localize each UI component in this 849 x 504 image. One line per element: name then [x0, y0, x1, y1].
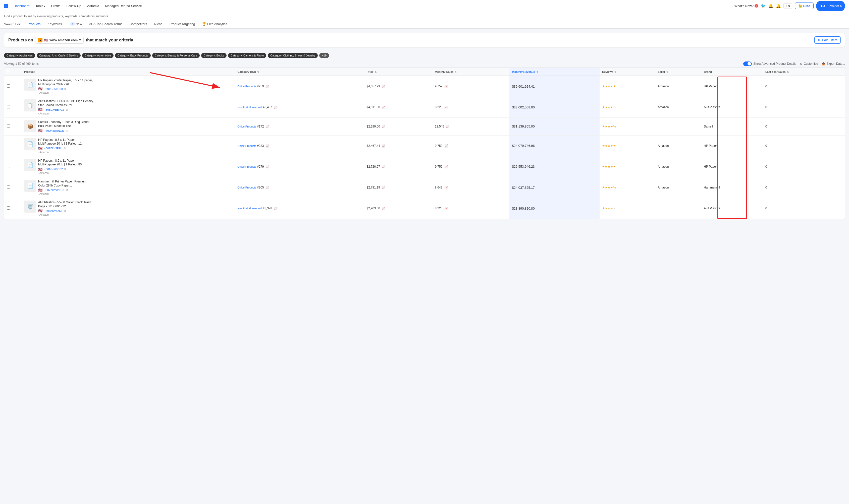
chip-camera[interactable]: Category: Camera & Photo — [228, 53, 266, 58]
chip-automotive[interactable]: Category: Automotive — [82, 53, 114, 58]
sales-trend-icon[interactable]: 📈 — [444, 165, 448, 168]
tab-niche[interactable]: Niche — [151, 20, 166, 29]
row-menu[interactable]: ⋮ — [13, 198, 22, 219]
col-product[interactable]: Product — [22, 68, 235, 76]
header-checkbox[interactable] — [4, 68, 13, 76]
category-link[interactable]: Health & Household — [237, 106, 262, 109]
copy-icon[interactable]: ⧉ — [64, 209, 66, 213]
sales-trend-icon[interactable]: 📈 — [444, 106, 448, 109]
customize-button[interactable]: ⚙ Customize — [800, 62, 818, 66]
chip-more[interactable]: +19 — [319, 53, 329, 58]
col-reviews[interactable]: Reviews ⇅ — [600, 68, 655, 76]
edit-filters-button[interactable]: ⚙ Edit Filters — [814, 36, 841, 44]
chip-arts[interactable]: Category: Arts, Crafts & Sewing — [37, 53, 81, 58]
price-trend-icon[interactable]: 📈 — [382, 125, 385, 128]
copy-icon[interactable]: ⧉ — [64, 167, 66, 171]
product-asin[interactable]: · B01BLV2P9U — [44, 147, 62, 150]
category-link[interactable]: Office Products — [237, 85, 256, 88]
chip-books[interactable]: Category: Books — [201, 53, 227, 58]
tab-products[interactable]: Products — [24, 20, 44, 29]
nav-profits[interactable]: Profits — [49, 3, 63, 9]
row-checkbox[interactable] — [4, 177, 13, 198]
col-monthly-sales[interactable]: Monthly Sales ⇅ — [432, 68, 509, 76]
tab-keywords[interactable]: Keywords — [44, 20, 65, 29]
price-trend-icon[interactable]: 📈 — [382, 106, 385, 109]
tab-aba[interactable]: ABA Top Search Terms — [85, 20, 126, 29]
price-trend-icon[interactable]: 📈 — [382, 144, 385, 147]
trend-icon[interactable]: 📈 — [266, 165, 269, 168]
whats-new-btn[interactable]: What's New? 5 — [734, 4, 759, 8]
trend-icon[interactable]: 📈 — [266, 85, 269, 88]
tab-competitors[interactable]: Competitors — [126, 20, 151, 29]
product-asin[interactable]: · B0B4KV8ZS1 — [44, 209, 63, 212]
chip-baby[interactable]: Category: Baby Products — [115, 53, 151, 58]
category-link[interactable]: Office Products — [237, 165, 256, 168]
elite-button[interactable]: 👑 Elite — [795, 2, 814, 9]
category-link[interactable]: Office Products — [237, 125, 256, 128]
bell-icon[interactable]: 🔔 — [768, 3, 774, 8]
notification-icon[interactable]: 🔔 — [776, 3, 781, 8]
row-checkbox[interactable] — [4, 156, 13, 177]
row-menu[interactable]: ⋮ — [13, 156, 22, 177]
nav-followup[interactable]: Follow-Up — [64, 3, 84, 9]
chip-appliances[interactable]: Category: Appliances — [4, 53, 35, 58]
amazon-domain-selector[interactable]: a 🇺🇸 www.amazon.com ▾ — [35, 37, 84, 44]
price-trend-icon[interactable]: 📈 — [382, 85, 385, 88]
col-last-year-sales[interactable]: Last Year Sales ⇅ — [763, 68, 845, 76]
tab-elite-analytics[interactable]: 🏆 Elite Analytics — [199, 20, 231, 29]
toggle-switch[interactable] — [743, 61, 752, 66]
export-button[interactable]: 📤 Export Data... — [821, 62, 845, 66]
tab-product-targeting[interactable]: Product Targeting — [166, 20, 199, 29]
row-menu[interactable]: ⋮ — [13, 135, 22, 156]
language-selector[interactable]: EN — [783, 3, 792, 9]
category-link[interactable]: Health & Household — [237, 207, 262, 210]
product-asin[interactable]: · B01GS68DB2 — [44, 168, 63, 171]
copy-icon[interactable]: ⧉ — [66, 188, 68, 192]
row-menu[interactable]: ⋮ — [13, 118, 22, 135]
product-asin[interactable]: · B077GYWNHN — [44, 188, 65, 192]
row-checkbox[interactable] — [4, 76, 13, 97]
nav-dashboard[interactable]: Dashboard — [11, 3, 32, 9]
nav-adtomic[interactable]: Adtomic — [85, 3, 102, 9]
price-trend-icon[interactable]: 📈 — [382, 165, 385, 168]
product-asin[interactable]: · B0BGMBBPG6 — [44, 108, 64, 111]
chip-clothing[interactable]: Category: Clothing, Shoes & Jewelry — [268, 53, 318, 58]
nav-managed-refund[interactable]: Managed Refund Service — [103, 3, 144, 9]
nav-tools[interactable]: Tools — [33, 3, 48, 9]
sales-trend-icon[interactable]: 📈 — [444, 85, 448, 88]
row-menu[interactable]: ⋮ — [13, 97, 22, 118]
product-asin[interactable]: · B0D48DHNGN — [44, 129, 64, 132]
trend-icon[interactable]: 📈 — [266, 125, 269, 128]
advanced-details-toggle[interactable]: Show Advanced Product Details — [743, 61, 796, 66]
trend-icon[interactable]: 📈 — [274, 106, 278, 109]
copy-icon[interactable]: ⧉ — [64, 87, 66, 91]
row-menu[interactable]: ⋮ — [13, 76, 22, 97]
sales-trend-icon[interactable]: 📈 — [444, 186, 448, 189]
sales-trend-icon[interactable]: 📈 — [444, 207, 448, 210]
trend-icon[interactable]: 📈 — [266, 186, 269, 189]
copy-icon[interactable]: ⧉ — [66, 129, 68, 132]
facebook-icon[interactable]: 🐦 — [761, 3, 766, 8]
sales-trend-icon[interactable]: 📈 — [444, 144, 448, 147]
row-checkbox[interactable] — [4, 198, 13, 219]
col-brand[interactable]: Brand — [701, 68, 763, 76]
row-checkbox[interactable] — [4, 97, 13, 118]
copy-icon[interactable]: ⧉ — [66, 108, 68, 111]
copy-icon[interactable]: ⧉ — [64, 147, 66, 150]
chip-beauty[interactable]: Category: Beauty & Personal Care — [152, 53, 200, 58]
price-trend-icon[interactable]: 📈 — [382, 207, 385, 210]
col-bsr[interactable]: Category BSR ⇅ — [235, 68, 364, 76]
product-asin[interactable]: · B01GS68CB8 — [44, 87, 63, 90]
trend-icon[interactable]: 📈 — [274, 207, 278, 210]
col-seller[interactable]: Seller ⇅ — [655, 68, 701, 76]
sales-trend-icon[interactable]: 📈 — [446, 125, 449, 128]
trend-icon[interactable]: 📈 — [266, 144, 269, 147]
row-checkbox[interactable] — [4, 118, 13, 135]
col-monthly-revenue[interactable]: Monthly Revenue ▼ — [509, 68, 600, 76]
price-trend-icon[interactable]: 📈 — [382, 186, 385, 189]
col-price[interactable]: Price ⇅ — [364, 68, 433, 76]
row-menu[interactable]: ⋮ — [13, 177, 22, 198]
project-button[interactable]: PX Project X — [816, 1, 845, 11]
tab-new[interactable]: ✦ New — [65, 20, 85, 29]
category-link[interactable]: Office Products — [237, 186, 256, 189]
